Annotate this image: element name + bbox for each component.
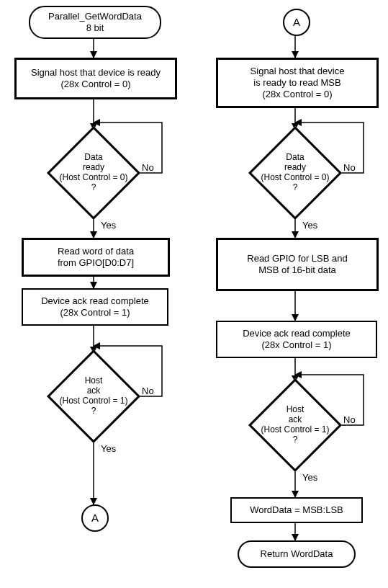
left-d1-l3: (Host Control = 0) — [59, 173, 127, 183]
right-d2-l1: Host — [287, 405, 304, 415]
start-terminal: Parallel_GetWordData 8 bit — [29, 6, 161, 39]
right-read-box: Read GPIO for LSB and MSB of 16-bit data — [216, 238, 379, 291]
right-word-label: WordData = MSB:LSB — [250, 504, 343, 516]
right-d1-yes: Yes — [302, 220, 317, 231]
right-d2-no: No — [343, 414, 356, 425]
left-d2-yes: Yes — [101, 443, 116, 454]
right-d2-l3: (Host Control = 1) — [261, 425, 329, 435]
left-d1-l2: ready — [83, 163, 104, 173]
right-d1-l2: ready — [284, 163, 306, 173]
start-line2: 8 bit — [86, 22, 104, 34]
right-worddata-box: WordData = MSB:LSB — [230, 497, 363, 523]
right-signal-box: Signal host that device is ready to read… — [216, 58, 379, 108]
right-signal-l1: Signal host that device — [251, 66, 345, 77]
left-d2-l1: Host — [85, 376, 103, 386]
left-read-box: Read word of data from GPIO[D0:D7] — [22, 238, 170, 277]
right-connector-a: A — [283, 9, 310, 36]
return-terminal: Return WordData — [238, 540, 356, 568]
right-ack-box: Device ack read complete (28x Control = … — [216, 321, 377, 358]
left-d2-no: No — [142, 386, 154, 396]
left-connector-a: A — [81, 504, 109, 532]
right-d1-l4: ? — [293, 183, 298, 193]
left-ack-l1: Device ack read complete — [41, 295, 149, 307]
right-d2-yes: Yes — [302, 472, 317, 483]
right-ack-l1: Device ack read complete — [243, 328, 351, 339]
left-d1-l1: Data — [84, 153, 102, 163]
left-read-l2: from GPIO[D0:D7] — [58, 257, 134, 269]
right-signal-l2: is ready to read MSB — [253, 77, 340, 89]
left-d2-l2: ack — [87, 386, 101, 396]
left-d2-l3: (Host Control = 1) — [59, 396, 127, 406]
left-d2-l4: ? — [91, 406, 96, 416]
left-d1-yes: Yes — [101, 220, 116, 231]
left-conn-label: A — [91, 512, 99, 525]
right-d1-no: No — [343, 162, 356, 173]
left-signal-box: Signal host that device is ready (28x Co… — [14, 58, 177, 99]
left-data-ready-decision: Data ready (Host Control = 0) ? — [50, 130, 137, 216]
right-read-l1: Read GPIO for LSB and — [247, 253, 347, 264]
right-d1-l3: (Host Control = 0) — [261, 173, 329, 183]
left-d1-l4: ? — [91, 183, 96, 193]
left-d1-no: No — [142, 162, 154, 173]
right-data-ready-decision: Data ready (Host Control = 0) ? — [252, 130, 338, 216]
right-host-ack-decision: Host ack (Host Control = 1) ? — [252, 382, 338, 468]
right-d2-l4: ? — [293, 435, 298, 445]
return-label: Return WordData — [261, 548, 333, 560]
left-signal-l1: Signal host that device is ready — [31, 67, 161, 79]
flowchart-page: Parallel_GetWordData 8 bit Signal host t… — [0, 0, 388, 588]
left-ack-l2: (28x Control = 1) — [60, 307, 130, 318]
left-host-ack-decision: Host ack (Host Control = 1) ? — [50, 353, 137, 440]
right-conn-label: A — [293, 16, 300, 30]
left-signal-l2: (28x Control = 0) — [60, 79, 130, 90]
right-ack-l2: (28x Control = 1) — [261, 339, 331, 351]
right-d1-l1: Data — [286, 153, 304, 163]
right-d2-l2: ack — [289, 415, 302, 425]
start-line1: Parallel_GetWordData — [48, 11, 142, 22]
left-read-l1: Read word of data — [58, 246, 134, 257]
left-ack-box: Device ack read complete (28x Control = … — [22, 288, 168, 326]
right-signal-l3: (28x Control = 0) — [262, 89, 332, 100]
right-read-l2: MSB of 16-bit data — [258, 264, 336, 276]
